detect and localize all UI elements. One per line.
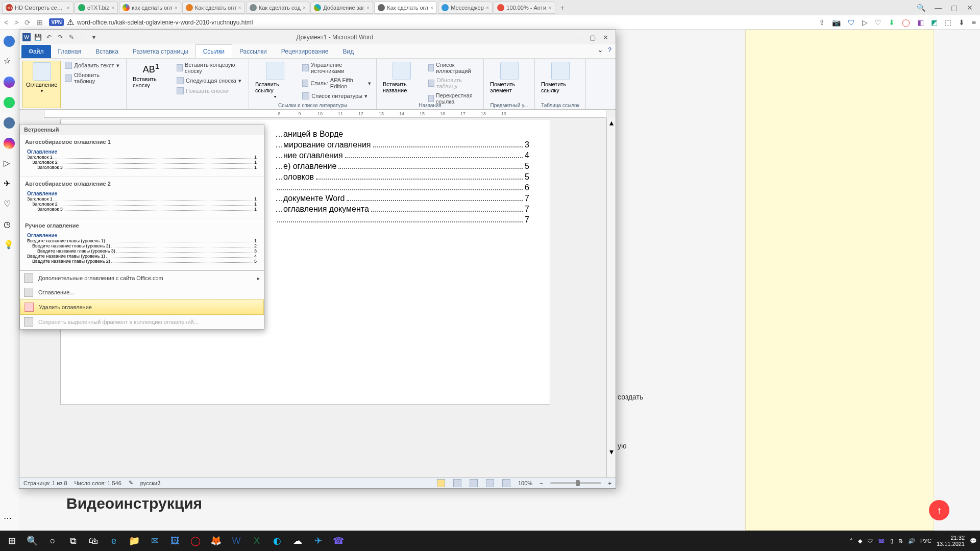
browser-tab[interactable]: 100.00% - Анти×	[494, 2, 555, 14]
close-icon[interactable]: ✕	[603, 34, 608, 41]
messenger-icon[interactable]	[4, 77, 15, 88]
shield-icon[interactable]: 🛡	[848, 18, 855, 27]
print-layout-view-icon[interactable]	[437, 479, 445, 487]
star-icon[interactable]: ☆	[4, 56, 15, 67]
extension-icon[interactable]: ◩	[931, 18, 938, 27]
close-icon[interactable]: ×	[303, 5, 306, 11]
horizontal-ruler[interactable]: 8 9 10 11 12 13 14 15 16 17 18 19	[44, 110, 606, 118]
browser-tab[interactable]: Мессенджер×	[438, 2, 493, 14]
start-button[interactable]: ⊞	[3, 532, 20, 549]
zoom-slider[interactable]	[550, 482, 601, 484]
spellcheck-icon[interactable]: ✎	[129, 480, 133, 486]
language-status[interactable]: русский	[140, 480, 160, 486]
excel-icon[interactable]: X	[248, 532, 265, 549]
telegram-icon[interactable]: ✈	[309, 532, 327, 549]
tray-clock[interactable]: 21:32 13.11.2021	[937, 535, 965, 547]
task-view-icon[interactable]: ⧉	[64, 532, 82, 549]
zoom-out-icon[interactable]: −	[540, 480, 543, 486]
insert-tab[interactable]: Вставка	[88, 45, 126, 58]
references-tab[interactable]: Ссылки	[195, 44, 232, 58]
insert-endnote-button[interactable]: Вставить концевую сноску	[175, 61, 246, 75]
grid-icon[interactable]: ⊞	[37, 18, 43, 27]
edge-icon[interactable]: ◐	[268, 532, 286, 549]
more-from-office-item[interactable]: Дополнительные оглавления с сайта Office…	[20, 271, 264, 285]
close-icon[interactable]: ✕	[967, 4, 973, 12]
insert-caption-button[interactable]: Вставить название	[380, 61, 424, 108]
whatsapp-icon[interactable]	[4, 97, 15, 108]
outline-view-icon[interactable]	[486, 479, 494, 487]
home-icon[interactable]	[4, 36, 15, 47]
reload-icon[interactable]: ⟳	[24, 18, 31, 27]
zoom-in-icon[interactable]: +	[608, 480, 611, 486]
file-tab[interactable]: Файл	[21, 45, 51, 58]
layout-tab[interactable]: Разметка страницы	[126, 45, 195, 58]
word-icon[interactable]: W	[228, 532, 245, 549]
help-icon[interactable]: ?	[608, 46, 611, 54]
qat-dropdown-icon[interactable]: ▾	[90, 33, 98, 41]
home-tab[interactable]: Главная	[51, 45, 89, 58]
word-count[interactable]: Число слов: 1 546	[75, 480, 121, 486]
toc-auto2-item[interactable]: Автособираемое оглавление 2 Оглавление З…	[20, 177, 264, 218]
opera-icon[interactable]: ◯	[902, 18, 910, 27]
cube-icon[interactable]: ⬚	[945, 18, 951, 27]
list-of-figures-button[interactable]: Список иллюстраций	[426, 61, 480, 75]
file-explorer-icon[interactable]: 📁	[126, 532, 143, 549]
update-table-button[interactable]: Обновить таблицу	[63, 71, 123, 85]
mark-citation-button[interactable]: Пометить ссылку	[538, 61, 582, 94]
browser-tab[interactable]: HDHD Смотреть сериа×	[2, 2, 74, 14]
remove-toc-item[interactable]: Удалить оглавление	[20, 299, 264, 315]
export-icon[interactable]: ⇪	[819, 18, 825, 27]
screenshot-icon[interactable]: 📷	[832, 18, 841, 27]
lamp-icon[interactable]: 💡	[4, 240, 15, 251]
player-icon[interactable]: ▷	[4, 158, 15, 169]
page-count[interactable]: Страница: 1 из 8	[23, 480, 67, 486]
word-app-icon[interactable]: W	[22, 33, 31, 41]
review-tab[interactable]: Рецензирование	[274, 45, 336, 58]
close-icon[interactable]: ×	[238, 5, 241, 11]
scroll-to-top-button[interactable]: ↑	[929, 500, 949, 520]
send-icon[interactable]: ✈	[4, 179, 15, 190]
bibliography-button[interactable]: Список литературы ▾	[300, 91, 373, 101]
browser-tab-active[interactable]: Как сделать огл×	[374, 2, 437, 14]
store-icon[interactable]: 🛍	[85, 532, 102, 549]
close-icon[interactable]: ×	[67, 5, 70, 11]
close-icon[interactable]: ×	[548, 5, 551, 11]
more-icon[interactable]: ⋯	[4, 513, 15, 524]
show-notes-button[interactable]: Показать сноски	[175, 86, 246, 95]
instagram-icon[interactable]	[4, 138, 15, 149]
web-layout-view-icon[interactable]	[470, 479, 478, 487]
view-tab[interactable]: Вид	[335, 45, 361, 58]
brush-icon[interactable]: ✎	[67, 33, 76, 41]
close-icon[interactable]: ×	[111, 5, 114, 11]
toc-button[interactable]: Оглавление ▾	[22, 61, 61, 108]
toc-manual-item[interactable]: Ручное оглавление Оглавление Введите наз…	[20, 218, 264, 270]
tray-volume-icon[interactable]: 🔊	[908, 538, 915, 544]
maximize-icon[interactable]: ▢	[951, 4, 958, 12]
save-icon[interactable]: 💾	[34, 33, 42, 41]
action-center-icon[interactable]: 💬	[970, 538, 977, 544]
cortana-icon[interactable]: ○	[44, 532, 61, 549]
tray-security-icon[interactable]: 🛡	[867, 538, 873, 544]
draft-view-icon[interactable]	[502, 479, 510, 487]
downloads-icon[interactable]: ⬇	[959, 18, 965, 27]
tray-language[interactable]: РУС	[920, 538, 932, 544]
mark-entry-button[interactable]: Пометить элемент	[487, 61, 531, 94]
tray-viber-icon[interactable]: ☎	[878, 538, 885, 544]
reading-view-icon[interactable]	[453, 479, 461, 487]
download-icon[interactable]: ⬇	[889, 18, 895, 27]
vk-icon[interactable]	[4, 117, 15, 129]
photos-icon[interactable]: 🖼	[166, 532, 184, 549]
heart-icon[interactable]: ♡	[875, 18, 881, 27]
undo-icon[interactable]: ↶	[45, 33, 53, 41]
url-box[interactable]: VPN ⚠ word-office.ru/kak-sdelat-oglavlen…	[49, 17, 812, 27]
update-figures-button[interactable]: Обновить таблицу	[426, 76, 480, 90]
ie-icon[interactable]: e	[105, 532, 122, 549]
zoom-level[interactable]: 100%	[518, 480, 532, 486]
close-icon[interactable]: ×	[174, 5, 177, 11]
mail-icon[interactable]: ✉	[146, 532, 163, 549]
close-icon[interactable]: ×	[486, 5, 489, 11]
custom-toc-item[interactable]: Оглавление...	[20, 285, 264, 299]
tray-battery-icon[interactable]: ▯	[890, 538, 893, 544]
insert-footnote-button[interactable]: AB1 Вставить сноску	[130, 61, 173, 108]
tray-app-icon[interactable]: ◆	[858, 538, 862, 544]
